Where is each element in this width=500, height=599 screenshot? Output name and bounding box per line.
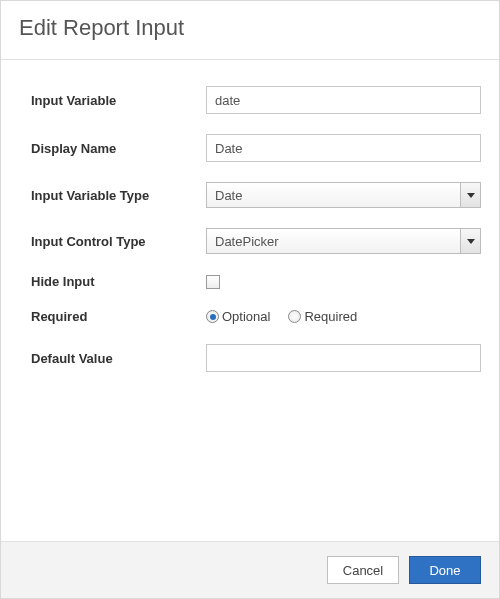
input-control-type-value: DatePicker	[207, 234, 460, 249]
dialog-footer: Cancel Done	[1, 541, 499, 598]
label-input-variable: Input Variable	[31, 93, 206, 108]
svg-marker-1	[467, 239, 475, 244]
label-input-control-type: Input Control Type	[31, 234, 206, 249]
label-default-value: Default Value	[31, 351, 206, 366]
radio-icon	[288, 310, 301, 323]
hide-input-checkbox[interactable]	[206, 275, 220, 289]
radio-required-label: Required	[304, 309, 357, 324]
row-display-name: Display Name	[31, 134, 481, 162]
input-variable-type-select[interactable]: Date	[206, 182, 481, 208]
required-radio-group: Optional Required	[206, 309, 357, 324]
done-button[interactable]: Done	[409, 556, 481, 584]
row-hide-input: Hide Input	[31, 274, 481, 289]
input-variable-field[interactable]	[206, 86, 481, 114]
dialog-body: Input Variable Display Name Input Variab…	[1, 60, 499, 541]
edit-report-input-dialog: Edit Report Input Input Variable Display…	[1, 1, 499, 598]
radio-optional[interactable]: Optional	[206, 309, 270, 324]
label-hide-input: Hide Input	[31, 274, 206, 289]
svg-marker-0	[467, 193, 475, 198]
dropdown-icon	[460, 229, 480, 253]
row-required: Required Optional Required	[31, 309, 481, 324]
radio-required[interactable]: Required	[288, 309, 357, 324]
label-input-variable-type: Input Variable Type	[31, 188, 206, 203]
row-input-control-type: Input Control Type DatePicker	[31, 228, 481, 254]
label-display-name: Display Name	[31, 141, 206, 156]
label-required: Required	[31, 309, 206, 324]
dropdown-icon	[460, 183, 480, 207]
cancel-button[interactable]: Cancel	[327, 556, 399, 584]
radio-optional-label: Optional	[222, 309, 270, 324]
row-default-value: Default Value	[31, 344, 481, 372]
default-value-field[interactable]	[206, 344, 481, 372]
dialog-title: Edit Report Input	[19, 15, 481, 41]
input-control-type-select[interactable]: DatePicker	[206, 228, 481, 254]
dialog-header: Edit Report Input	[1, 1, 499, 60]
radio-icon	[206, 310, 219, 323]
row-input-variable: Input Variable	[31, 86, 481, 114]
row-input-variable-type: Input Variable Type Date	[31, 182, 481, 208]
input-variable-type-value: Date	[207, 188, 460, 203]
display-name-field[interactable]	[206, 134, 481, 162]
